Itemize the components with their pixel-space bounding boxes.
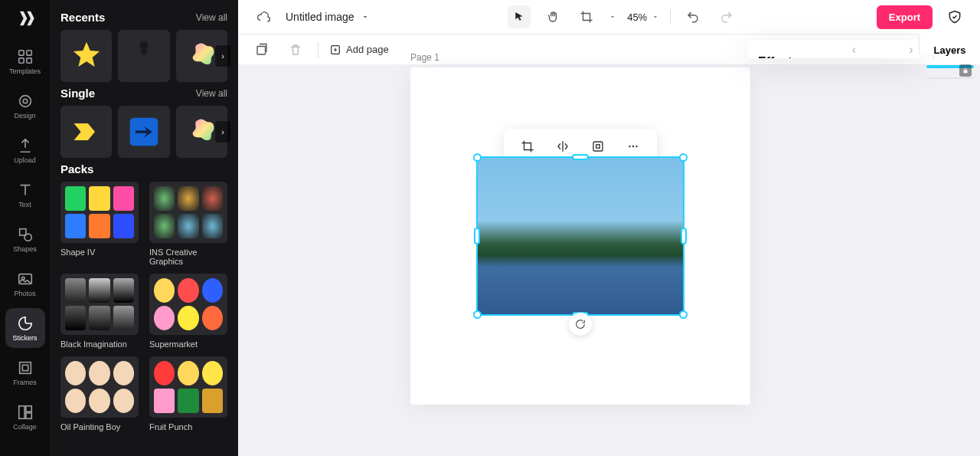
topbar: Untitled image 45% Export — [238, 0, 980, 34]
undo-button[interactable] — [681, 5, 704, 28]
rail-stickers[interactable]: Stickers — [5, 308, 45, 348]
zoom-level[interactable]: 45% — [627, 11, 659, 23]
sticker-recent-1[interactable] — [60, 30, 112, 82]
rail-design[interactable]: Design — [5, 86, 45, 126]
rail-frames[interactable]: Frames — [5, 353, 45, 392]
svg-rect-15 — [142, 56, 146, 73]
view-all-recents[interactable]: View all — [196, 12, 227, 23]
section-title-recents: Recents — [60, 11, 105, 24]
hand-tool[interactable] — [541, 5, 564, 28]
svg-point-4 — [23, 99, 28, 103]
svg-rect-12 — [18, 405, 24, 418]
pack-ins-creative[interactable]: INS Creative Graphics — [149, 182, 227, 266]
svg-rect-1 — [26, 50, 31, 54]
svg-rect-25 — [257, 46, 266, 54]
sticker-single-2[interactable] — [118, 106, 169, 158]
cloud-sync-icon[interactable] — [252, 5, 275, 28]
svg-point-22 — [632, 146, 634, 147]
pack-black-imagination[interactable]: Black Imagination — [60, 274, 139, 349]
svg-point-21 — [629, 146, 630, 147]
svg-point-23 — [635, 146, 637, 147]
layers-panel: Layers — [919, 34, 980, 55]
resize-handle[interactable] — [473, 310, 482, 319]
effects-panel: Effects Smart tools ‹ Image upscaler Low… — [747, 40, 922, 58]
next-page-icon[interactable]: › — [900, 38, 923, 61]
svg-rect-10 — [19, 362, 31, 373]
add-page-button[interactable]: Add page — [329, 44, 389, 56]
flip-icon[interactable] — [551, 135, 574, 158]
svg-rect-19 — [593, 142, 603, 151]
export-button[interactable]: Export — [877, 5, 933, 29]
app-logo[interactable] — [15, 8, 36, 29]
rail-photos[interactable]: Photos — [5, 264, 45, 303]
sticker-single-1[interactable] — [60, 106, 112, 158]
resize-handle[interactable] — [681, 228, 687, 244]
chevron-down-icon — [652, 13, 659, 21]
document-title[interactable]: Untitled image — [286, 11, 370, 23]
chevron-down-icon[interactable] — [609, 13, 616, 21]
svg-rect-2 — [18, 57, 23, 62]
more-icon[interactable] — [622, 135, 645, 158]
resize-handle[interactable] — [473, 153, 482, 162]
rail-text[interactable]: Text — [5, 175, 45, 215]
chevron-right-icon[interactable]: › — [215, 45, 230, 67]
pages-icon[interactable] — [250, 38, 273, 61]
svg-rect-13 — [25, 405, 31, 411]
lock-icon[interactable] — [959, 64, 972, 77]
selected-image[interactable] — [476, 156, 684, 316]
layers-title: Layers — [934, 44, 966, 56]
svg-rect-0 — [18, 50, 23, 54]
svg-point-16 — [139, 41, 148, 50]
svg-rect-11 — [22, 365, 28, 370]
layer-background[interactable] — [926, 77, 974, 79]
svg-point-17 — [141, 48, 147, 54]
left-rail: Templates Design Upload Text Shapes Phot… — [0, 0, 50, 456]
pack-supermarket[interactable]: Supermarket — [149, 274, 227, 349]
stickers-panel: Recents View all › Single View all › Pac… — [50, 0, 238, 456]
svg-rect-20 — [596, 145, 600, 149]
prev-page-icon[interactable]: ‹ — [842, 38, 865, 61]
rotate-icon[interactable] — [569, 313, 592, 336]
pack-shape-iv[interactable]: Shape IV — [60, 182, 139, 266]
resize-handle[interactable] — [572, 154, 589, 160]
pack-fruit-punch[interactable]: Fruit Punch — [149, 356, 227, 431]
resize-handle[interactable] — [679, 310, 688, 319]
section-title-single: Single — [60, 87, 95, 100]
svg-rect-3 — [26, 57, 31, 62]
view-all-single[interactable]: View all — [196, 88, 227, 99]
svg-rect-24 — [963, 71, 967, 74]
svg-rect-6 — [19, 228, 25, 235]
select-tool[interactable] — [508, 5, 531, 28]
rail-templates[interactable]: Templates — [5, 41, 45, 81]
svg-point-5 — [19, 95, 31, 107]
effects-panel-title: Effects — [758, 55, 799, 58]
svg-point-7 — [24, 234, 31, 241]
resize-handle[interactable] — [474, 228, 480, 244]
section-title-packs: Packs — [60, 162, 93, 176]
crop-icon[interactable] — [516, 135, 539, 158]
redo-button[interactable] — [715, 5, 738, 28]
svg-rect-14 — [25, 412, 31, 418]
page-card[interactable] — [410, 67, 750, 405]
rail-shapes[interactable]: Shapes — [5, 219, 45, 259]
crop-tool[interactable] — [575, 5, 598, 28]
check-shield-icon[interactable] — [943, 5, 966, 28]
chevron-right-icon[interactable]: › — [215, 121, 230, 143]
pack-oil-painting-boy[interactable]: Oil Painting Boy — [60, 356, 139, 431]
position-icon[interactable] — [586, 135, 609, 158]
delete-icon[interactable] — [284, 38, 307, 61]
rail-collage[interactable]: Collage — [5, 397, 45, 437]
resize-handle[interactable] — [679, 153, 688, 162]
chevron-down-icon — [361, 12, 370, 21]
sticker-recent-2[interactable] — [118, 30, 169, 82]
rail-upload[interactable]: Upload — [5, 130, 45, 170]
page-label: Page 1 — [410, 52, 439, 63]
